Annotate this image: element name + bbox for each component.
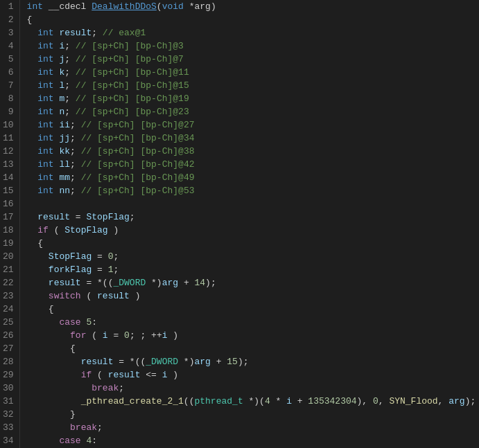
- code-line: [27, 197, 479, 210]
- code-line: result = *((_DWORD *)arg + 15);: [27, 355, 479, 368]
- line-number: 6: [3, 66, 14, 79]
- line-number: 25: [3, 316, 14, 329]
- code-line: break;: [27, 382, 479, 395]
- code-line: int kk; // [sp+Ch] [bp-Ch]@38: [27, 145, 479, 158]
- code-line: int nn; // [sp+Ch] [bp-Ch]@53: [27, 184, 479, 197]
- line-number: 3: [3, 26, 14, 39]
- code-line: result = *((_DWORD *)arg + 14);: [27, 276, 479, 289]
- line-number: 28: [3, 355, 14, 368]
- code-line: for ( i = 0; ; ++i ): [27, 329, 479, 342]
- code-line: forkFlag = 1;: [27, 263, 479, 276]
- code-line: break;: [27, 421, 479, 434]
- line-number: 13: [3, 158, 14, 171]
- code-line: int i; // [sp+Ch] [bp-Ch]@3: [27, 39, 479, 53]
- line-number: 23: [3, 289, 14, 303]
- line-number: 34: [3, 434, 14, 447]
- code-line: int ll; // [sp+Ch] [bp-Ch]@42: [27, 158, 479, 171]
- line-number: 32: [3, 408, 14, 421]
- line-number: 16: [3, 197, 14, 210]
- code-line: int j; // [sp+Ch] [bp-Ch]@7: [27, 53, 479, 66]
- code-line: int l; // [sp+Ch] [bp-Ch]@15: [27, 79, 479, 92]
- code-line: case 4:: [27, 434, 479, 447]
- code-line: if ( StopFlag ): [27, 224, 479, 237]
- code-line: int result; // eax@1: [27, 26, 479, 39]
- line-number: 18: [3, 224, 14, 237]
- line-number: 5: [3, 53, 14, 66]
- line-number: 8: [3, 92, 14, 105]
- line-number: 12: [3, 145, 14, 158]
- code-line: int mm; // [sp+Ch] [bp-Ch]@49: [27, 171, 479, 184]
- line-number: 29: [3, 368, 14, 382]
- line-number: 24: [3, 303, 14, 316]
- line-number: 21: [3, 263, 14, 276]
- code-line: int n; // [sp+Ch] [bp-Ch]@23: [27, 105, 479, 118]
- code-line: result = StopFlag;: [27, 210, 479, 224]
- code-line: case 5:: [27, 316, 479, 329]
- code-line: }: [27, 408, 479, 421]
- line-number-gutter: 1234567891011121314151617181920212223242…: [0, 0, 20, 448]
- line-number: 27: [3, 342, 14, 355]
- line-number: 1: [3, 0, 14, 13]
- code-line: int jj; // [sp+Ch] [bp-Ch]@34: [27, 132, 479, 145]
- line-number: 19: [3, 237, 14, 250]
- line-number: 26: [3, 329, 14, 342]
- code-line: int k; // [sp+Ch] [bp-Ch]@11: [27, 66, 479, 79]
- code-line: {: [27, 342, 479, 355]
- line-number: 2: [3, 13, 14, 26]
- line-number: 20: [3, 250, 14, 263]
- code-line: {: [27, 237, 479, 250]
- line-number: 30: [3, 382, 14, 395]
- line-number: 31: [3, 395, 14, 408]
- code-line: if ( result <= i ): [27, 368, 479, 382]
- line-number: 14: [3, 171, 14, 184]
- code-line: _pthread_create_2_1((pthread_t *)(4 * i …: [27, 395, 479, 408]
- code-line: {: [27, 13, 479, 26]
- code-line: switch ( result ): [27, 289, 479, 303]
- line-number: 9: [3, 105, 14, 118]
- line-number: 4: [3, 39, 14, 53]
- line-number: 10: [3, 118, 14, 132]
- line-number: 11: [3, 132, 14, 145]
- code-line: {: [27, 303, 479, 316]
- code-line: int m; // [sp+Ch] [bp-Ch]@19: [27, 92, 479, 105]
- line-number: 33: [3, 421, 14, 434]
- line-number: 17: [3, 210, 14, 224]
- line-number: 22: [3, 276, 14, 289]
- code-line: int __cdecl DealwithDDoS(void *arg): [27, 0, 479, 13]
- line-number: 15: [3, 184, 14, 197]
- line-number: 7: [3, 79, 14, 92]
- code-line: int ii; // [sp+Ch] [bp-Ch]@27: [27, 118, 479, 132]
- code-line: StopFlag = 0;: [27, 250, 479, 263]
- code-content[interactable]: int __cdecl DealwithDDoS(void *arg){ int…: [20, 0, 479, 448]
- code-editor: 1234567891011121314151617181920212223242…: [0, 0, 479, 448]
